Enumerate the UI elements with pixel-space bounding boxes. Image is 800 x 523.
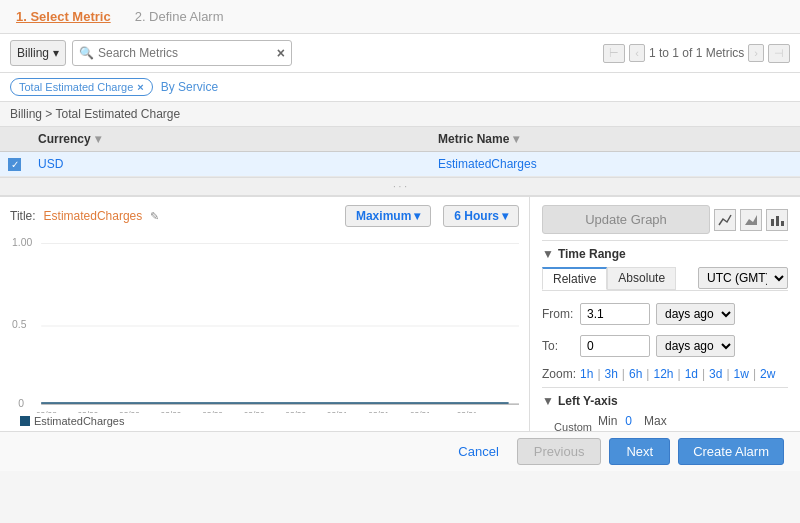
previous-button: Previous: [517, 438, 602, 465]
zoom-1h[interactable]: 1h: [580, 367, 593, 381]
time-tabs: Relative Absolute UTC (GMT): [542, 267, 788, 291]
th-checkbox: [0, 127, 30, 151]
zoom-12h[interactable]: 12h: [653, 367, 673, 381]
svg-text:03/31: 03/31: [457, 410, 478, 413]
custom-bounds-label: Custom bounds: [542, 420, 592, 431]
stat-arrow: ▾: [414, 209, 420, 223]
cancel-button[interactable]: Cancel: [448, 439, 508, 464]
th-spacer: [400, 127, 430, 151]
stat-label: Maximum: [356, 209, 411, 223]
wizard-step-1[interactable]: 1. Select Metric: [16, 9, 111, 24]
svg-text:1.00: 1.00: [12, 237, 32, 248]
svg-text:03/29: 03/29: [119, 410, 140, 413]
row-checkbox[interactable]: [8, 158, 21, 171]
bar-chart-icon[interactable]: [766, 209, 788, 231]
zoom-2w[interactable]: 2w: [760, 367, 775, 381]
chevron-down-icon: ▾: [53, 46, 59, 60]
period-arrow: ▾: [502, 209, 508, 223]
td-metric-name: EstimatedCharges: [430, 152, 800, 176]
min-value: 0: [625, 414, 632, 428]
chart-svg-wrap: 1.00 0.5 0 03/28 03/29 03/29 03/29 03/30…: [10, 233, 519, 413]
next-page-button[interactable]: ›: [748, 44, 764, 62]
area-chart-icon[interactable]: [740, 209, 762, 231]
stat-selector[interactable]: Maximum ▾: [345, 205, 431, 227]
update-graph-button[interactable]: Update Graph: [542, 205, 710, 234]
svg-text:03/31: 03/31: [368, 410, 389, 413]
wizard-step-2[interactable]: 2. Define Alarm: [135, 9, 224, 24]
svg-text:03/30: 03/30: [244, 410, 265, 413]
svg-text:03/31: 03/31: [327, 410, 348, 413]
min-row: Min 0 Max: [598, 414, 712, 428]
search-bar: Billing ▾ 🔍 × ⊢ ‹ 1 to 1 of 1 Metrics › …: [0, 34, 800, 73]
chart-title-value[interactable]: EstimatedCharges: [44, 209, 143, 223]
zoom-6h[interactable]: 6h: [629, 367, 642, 381]
zoom-label: Zoom:: [542, 367, 576, 381]
max-label: Max: [644, 414, 667, 428]
sort-arrow-metric[interactable]: ▾: [513, 132, 519, 146]
service-dropdown-value: Billing: [17, 46, 49, 60]
next-button[interactable]: Next: [609, 438, 670, 465]
by-service-link[interactable]: By Service: [161, 80, 218, 94]
timezone-select[interactable]: UTC (GMT): [698, 267, 788, 289]
chart-title-bar: Title: EstimatedCharges ✎ Maximum ▾ 6 Ho…: [10, 205, 519, 227]
yaxis-controls: Custom bounds Min 0 Max: [542, 414, 788, 431]
svg-text:03/30: 03/30: [202, 410, 223, 413]
line-chart-icon[interactable]: [714, 209, 736, 231]
from-unit-select[interactable]: days ago: [656, 303, 735, 325]
left-yaxis-label: Left Y-axis: [558, 394, 618, 408]
zoom-3h[interactable]: 3h: [605, 367, 618, 381]
table-row: USD EstimatedCharges: [0, 152, 800, 177]
svg-text:03/28: 03/28: [36, 410, 57, 413]
metric-name-value[interactable]: EstimatedCharges: [438, 157, 537, 171]
last-page-button[interactable]: ⊣: [768, 44, 790, 63]
filter-remove-icon[interactable]: ×: [137, 81, 143, 93]
service-dropdown[interactable]: Billing ▾: [10, 40, 66, 66]
zoom-1w[interactable]: 1w: [734, 367, 749, 381]
zoom-3d[interactable]: 3d: [709, 367, 722, 381]
filter-tag: Total Estimated Charge ×: [10, 78, 153, 96]
td-checkbox[interactable]: [0, 152, 30, 176]
svg-rect-20: [781, 221, 784, 226]
wizard-header: 1. Select Metric 2. Define Alarm: [0, 0, 800, 34]
to-unit-select[interactable]: days ago: [656, 335, 735, 357]
svg-text:03/29: 03/29: [78, 410, 99, 413]
tab-absolute[interactable]: Absolute: [607, 267, 676, 290]
left-yaxis-section: ▼ Left Y-axis: [542, 387, 788, 408]
yaxis-collapse[interactable]: ▼: [542, 394, 554, 408]
tab-relative[interactable]: Relative: [542, 267, 607, 290]
time-range-collapse[interactable]: ▼: [542, 247, 554, 261]
search-input-wrap: 🔍 ×: [72, 40, 292, 66]
right-panel: Update Graph ▼ Time R: [530, 197, 800, 431]
breadcrumb-text: Billing > Total Estimated Charge: [10, 107, 180, 121]
pagination-text: 1 to 1 of 1 Metrics: [649, 46, 744, 60]
chart-title-label: Title:: [10, 209, 36, 223]
svg-rect-18: [771, 219, 774, 226]
period-label: 6 Hours: [454, 209, 499, 223]
prev-page-button[interactable]: ‹: [629, 44, 645, 62]
create-alarm-button[interactable]: Create Alarm: [678, 438, 784, 465]
svg-text:03/31: 03/31: [410, 410, 431, 413]
min-label: Min: [598, 414, 617, 428]
first-page-button[interactable]: ⊢: [603, 44, 625, 63]
edit-icon[interactable]: ✎: [150, 210, 159, 223]
th-currency: Currency ▾: [30, 127, 400, 151]
clear-icon[interactable]: ×: [277, 45, 285, 61]
to-input[interactable]: [580, 335, 650, 357]
th-metric-name: Metric Name ▾: [430, 127, 800, 151]
filter-bar: Total Estimated Charge × By Service: [0, 73, 800, 102]
search-input[interactable]: [98, 46, 277, 60]
legend-color: [20, 416, 30, 426]
chart-area: Title: EstimatedCharges ✎ Maximum ▾ 6 Ho…: [0, 196, 800, 431]
from-input[interactable]: [580, 303, 650, 325]
chart-svg: 1.00 0.5 0 03/28 03/29 03/29 03/29 03/30…: [10, 233, 519, 413]
legend-label: EstimatedCharges: [34, 415, 125, 427]
table-header: Currency ▾ Metric Name ▾: [0, 127, 800, 152]
svg-text:0.5: 0.5: [12, 319, 27, 330]
divider-dots: · · ·: [0, 178, 800, 196]
currency-value[interactable]: USD: [38, 157, 63, 171]
th-metric-name-label: Metric Name: [438, 132, 509, 146]
period-selector[interactable]: 6 Hours ▾: [443, 205, 519, 227]
zoom-1d[interactable]: 1d: [685, 367, 698, 381]
sort-arrow-currency[interactable]: ▾: [95, 132, 101, 146]
graph-icons: [714, 209, 788, 231]
